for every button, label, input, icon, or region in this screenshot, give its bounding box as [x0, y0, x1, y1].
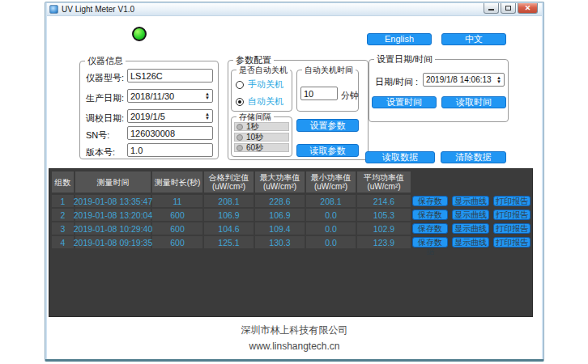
auto-shutdown-radio[interactable]	[236, 98, 244, 106]
production-date-label: 生产日期:	[86, 92, 124, 104]
calibration-date-spinner: ▲ ▼	[127, 109, 213, 123]
serial-number-label: SN号:	[86, 129, 109, 142]
calibration-date-label: 调校日期:	[86, 112, 124, 125]
production-date-field[interactable]	[127, 89, 213, 103]
table-row: 1 2019-01-08 13:35:47 11 208.1 228.6 208…	[52, 195, 530, 207]
datetime-spinner: ▲ ▼	[423, 73, 505, 87]
manual-shutdown-radio[interactable]	[236, 81, 244, 89]
show-curve-button[interactable]: 显示曲线	[452, 237, 489, 248]
spinner-down-icon[interactable]: ▼	[205, 96, 210, 100]
cell-group: 2	[52, 209, 74, 221]
header-group: 组数	[52, 171, 74, 193]
spinner-down-icon[interactable]: ▼	[205, 116, 210, 121]
header-max-value: 最大功率值(uW/cm²)	[255, 171, 305, 193]
cell-duration: 600	[152, 209, 202, 221]
window-controls: ✕	[484, 3, 538, 14]
cell-min: 208.1	[306, 195, 356, 207]
cell-max: 106.9	[255, 209, 305, 221]
title-bar[interactable]: UV Light Meter V1.0 ✕	[47, 3, 542, 16]
table-row: 3 2019-01-08 10:29:40 600 104.6 109.4 0.…	[52, 222, 530, 235]
cell-max: 228.6	[255, 195, 305, 207]
cell-min: 0.0	[306, 222, 356, 235]
set-params-button[interactable]: 设置参数	[296, 119, 359, 132]
cell-avg: 214.6	[357, 195, 411, 207]
interval-60s-label: 60秒	[246, 142, 263, 154]
website-url: www.linshangtech.cn	[47, 341, 542, 352]
instrument-info-title: 仪器信息	[85, 56, 126, 66]
read-params-button[interactable]: 读取参数	[296, 144, 359, 157]
close-icon: ✕	[525, 5, 531, 12]
version-label: 版本号:	[86, 146, 115, 159]
cell-min: 0.0	[306, 236, 356, 248]
print-report-button[interactable]: 打印报告	[493, 237, 530, 248]
client-area: English 中文 仪器信息 仪器型号: 生产日期: ▲ ▼ 调校日期:	[47, 16, 542, 359]
row-actions: 保存数据 显示曲线 打印报告	[412, 222, 531, 235]
maximize-icon	[505, 6, 511, 11]
table-row: 2 2019-01-08 13:20:04 600 106.9 106.9 0.…	[52, 209, 530, 221]
datetime-title: 设置日期/时间	[374, 54, 435, 65]
storage-option-row: 60秒	[234, 143, 289, 152]
auto-shutdown-label: 自动关机	[248, 95, 283, 108]
measurement-table: 组数 测量时间 测量时长(秒) 合格判定值(uW/cm²) 最大功率值(uW/c…	[49, 168, 533, 317]
storage-option-row: 1秒	[234, 122, 289, 131]
save-data-button[interactable]: 保存数据	[412, 223, 448, 234]
shutdown-time-field[interactable]	[300, 87, 338, 100]
header-avg-value: 平均功率值(uW/cm²)	[357, 171, 411, 193]
header-time: 测量时间	[75, 171, 151, 193]
cell-duration: 11	[152, 195, 202, 207]
print-report-button[interactable]: 打印报告	[493, 196, 530, 206]
app-icon	[49, 5, 58, 14]
spinner-down-icon[interactable]: ▼	[496, 80, 501, 84]
storage-interval-group: 存储间隔 1秒 10秒 60秒	[231, 116, 292, 157]
production-date-spinner: ▲ ▼	[127, 89, 213, 103]
calibration-date-field[interactable]	[127, 109, 213, 123]
datetime-label: 日期/时间 :	[375, 76, 418, 88]
set-time-button[interactable]: 设置时间	[372, 96, 437, 108]
interval-60s-radio[interactable]	[236, 145, 243, 151]
window-title: UV Light Meter V1.0	[62, 5, 134, 14]
interval-10s-radio[interactable]	[236, 134, 243, 141]
manual-shutdown-label: 手动关机	[248, 78, 283, 91]
save-data-button[interactable]: 保存数据	[412, 210, 448, 220]
save-data-button[interactable]: 保存数据	[412, 237, 448, 248]
read-time-button[interactable]: 读取时间	[441, 96, 506, 108]
maximize-button[interactable]	[501, 3, 516, 14]
cell-avg: 102.9	[357, 222, 411, 235]
cell-pass: 106.9	[204, 209, 254, 221]
version-field[interactable]	[127, 143, 213, 157]
param-config-group: 参数配置 是否自动关机 手动关机 自动关机 自动关机时间 分钟	[228, 60, 369, 160]
interval-1s-radio[interactable]	[236, 124, 243, 130]
interval-1s-label: 1秒	[246, 121, 259, 133]
datetime-field[interactable]	[423, 73, 505, 87]
show-curve-button[interactable]: 显示曲线	[452, 196, 489, 206]
shutdown-time-group: 自动关机时间 分钟	[296, 70, 359, 112]
cell-duration: 600	[152, 236, 202, 248]
cell-max: 109.4	[255, 222, 305, 235]
table-header-row: 组数 测量时间 测量时长(秒) 合格判定值(uW/cm²) 最大功率值(uW/c…	[52, 171, 530, 193]
cell-avg: 105.3	[357, 209, 411, 221]
row-actions: 保存数据 显示曲线 打印报告	[412, 236, 531, 248]
cell-pass: 125.1	[204, 236, 254, 248]
table-row: 4 2019-01-08 09:19:35 600 125.1 130.3 0.…	[52, 236, 530, 248]
minimize-button[interactable]	[484, 3, 499, 14]
print-report-button[interactable]: 打印报告	[493, 210, 530, 220]
cell-group: 1	[52, 195, 74, 207]
serial-number-field[interactable]	[127, 126, 213, 140]
cell-pass: 208.1	[204, 195, 254, 207]
clear-data-button[interactable]: 清除数据	[441, 151, 506, 163]
shutdown-time-unit: 分钟	[341, 90, 359, 102]
header-min-value: 最小功率值(uW/cm²)	[306, 171, 356, 193]
model-field[interactable]	[127, 69, 213, 83]
chinese-language-button[interactable]: 中文	[441, 33, 506, 45]
save-data-button[interactable]: 保存数据	[412, 196, 448, 206]
status-led-indicator	[132, 27, 147, 41]
show-curve-button[interactable]: 显示曲线	[452, 210, 489, 220]
print-report-button[interactable]: 打印报告	[493, 223, 530, 234]
interval-10s-label: 10秒	[246, 132, 263, 143]
show-curve-button[interactable]: 显示曲线	[452, 223, 489, 234]
model-label: 仪器型号:	[86, 72, 124, 84]
close-button[interactable]: ✕	[518, 3, 538, 14]
read-data-button[interactable]: 读取数据	[365, 151, 435, 163]
header-actions	[412, 171, 531, 193]
english-language-button[interactable]: English	[367, 33, 432, 45]
